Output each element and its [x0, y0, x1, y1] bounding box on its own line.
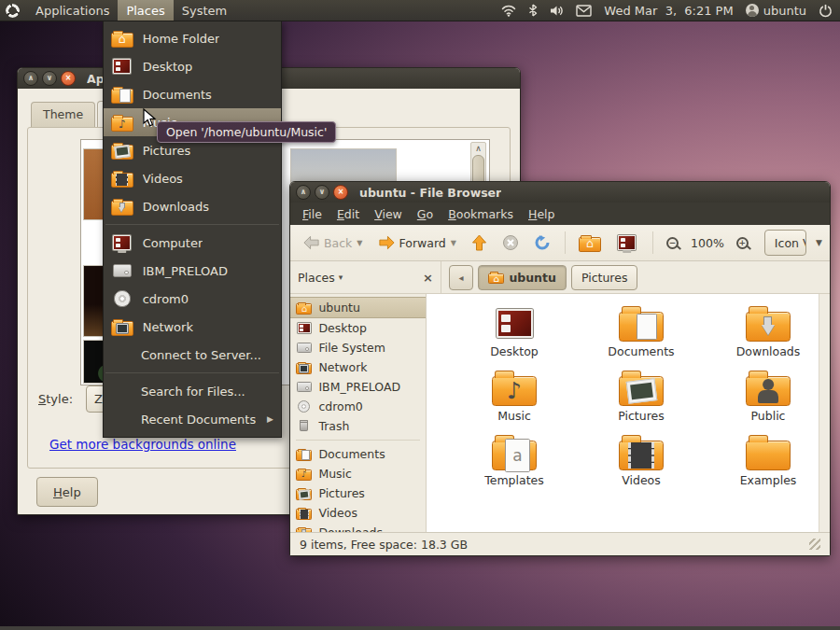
- sidebar-item-downloads[interactable]: Downloads: [290, 523, 426, 532]
- close-icon[interactable]: ×: [61, 71, 76, 86]
- menu-item-label: Recent Documents: [141, 413, 256, 427]
- places-menu-item-computer[interactable]: Computer: [104, 229, 281, 257]
- file-videos[interactable]: Videos: [578, 434, 705, 496]
- menu-places[interactable]: Places: [118, 0, 173, 21]
- path-button-label: ubuntu: [509, 271, 556, 285]
- home-button[interactable]: ⌂: [574, 231, 606, 254]
- menu-item-label: Network: [143, 320, 193, 334]
- file-pictures[interactable]: Pictures: [578, 370, 705, 431]
- places-menu-item-search-for-files[interactable]: Search for Files...: [104, 377, 281, 405]
- folder-home-icon: ⌂: [296, 301, 312, 314]
- sidebar-item-label: File System: [318, 341, 385, 355]
- fb-menu-edit[interactable]: Edit: [330, 207, 366, 221]
- zoom-in-button[interactable]: +: [732, 234, 753, 252]
- places-sidebar: ⌂ubuntuDesktopFile SystemNetworkIBM_PREL…: [290, 294, 427, 532]
- user-menu[interactable]: ubuntu: [746, 4, 806, 18]
- volume-icon[interactable]: [550, 5, 564, 17]
- file-templates[interactable]: aTemplates: [451, 434, 578, 496]
- sidebar-item-videos[interactable]: Videos: [290, 503, 426, 523]
- back-button[interactable]: Back▼: [298, 232, 368, 253]
- places-menu-item-ibm-preload[interactable]: IBM_PRELOAD: [104, 257, 281, 285]
- places-menu-item-recent-documents[interactable]: Recent Documents▶: [104, 405, 281, 433]
- sidebar-item-label: Videos: [318, 506, 357, 520]
- minimize-icon[interactable]: ∨: [315, 185, 329, 200]
- file-desktop[interactable]: Desktop: [451, 305, 578, 367]
- file-browser-titlebar[interactable]: ∧ ∨ × ubuntu - File Browser: [290, 182, 830, 203]
- sidebar-item-file-system[interactable]: File System: [290, 338, 426, 357]
- path-button-ubuntu[interactable]: ⌂ubuntu: [478, 265, 567, 290]
- sidebar-item-ibm-preload[interactable]: IBM_PRELOAD: [290, 377, 426, 397]
- bluetooth-icon[interactable]: [528, 4, 538, 17]
- sidebar-item-music[interactable]: ♪Music: [290, 464, 426, 483]
- menu-system[interactable]: System: [174, 0, 235, 21]
- file-examples[interactable]: Examples: [705, 434, 830, 496]
- sidebar-header[interactable]: Places ▾ ×: [290, 261, 441, 293]
- bottom-panel[interactable]: [0, 626, 840, 630]
- zoom-out-button[interactable]: −: [662, 234, 683, 252]
- file-downloads[interactable]: Downloads: [705, 305, 830, 367]
- minimize-icon[interactable]: ∨: [42, 71, 57, 86]
- tab-theme[interactable]: Theme: [31, 102, 95, 128]
- fb-menu-bookmarks[interactable]: Bookmarks: [441, 207, 520, 221]
- places-menu-item-downloads[interactable]: Downloads: [104, 192, 281, 220]
- power-icon[interactable]: [819, 4, 833, 18]
- sidebar-item-trash[interactable]: Trash: [290, 416, 426, 436]
- places-menu-item-desktop[interactable]: Desktop: [104, 52, 281, 80]
- file-public[interactable]: Public: [705, 370, 830, 431]
- view-mode-dropdown[interactable]: Icon View ▼: [764, 230, 806, 256]
- help-button[interactable]: Help: [36, 477, 98, 507]
- file-area[interactable]: DesktopDocumentsDownloads♪MusicPicturesP…: [427, 294, 830, 532]
- close-icon[interactable]: ×: [333, 185, 348, 200]
- sidebar-item-cdrom0[interactable]: cdrom0: [290, 397, 426, 416]
- file-documents[interactable]: Documents: [578, 305, 705, 367]
- maximize-icon[interactable]: ∧: [23, 71, 38, 86]
- computer-button[interactable]: [611, 231, 643, 254]
- mouse-cursor: [143, 108, 157, 128]
- places-menu-item-cdrom0[interactable]: cdrom0: [104, 285, 281, 313]
- sidebar-item-network[interactable]: Network: [290, 357, 426, 377]
- fb-menu-file[interactable]: File: [296, 207, 329, 221]
- sidebar-item-desktop[interactable]: Desktop: [290, 318, 426, 338]
- places-menu-item-connect-to-server[interactable]: Connect to Server...: [104, 341, 281, 369]
- path-scroll-left-icon[interactable]: ◂: [449, 265, 473, 290]
- file-area-scrollbar[interactable]: [819, 294, 830, 532]
- reload-button[interactable]: [529, 231, 555, 254]
- file-music[interactable]: ♪Music: [451, 370, 578, 431]
- places-menu-item-documents[interactable]: Documents: [104, 80, 281, 108]
- desktop-icon: [492, 305, 537, 342]
- status-text: 9 items, Free space: 18.3 GB: [300, 538, 468, 552]
- forward-button[interactable]: Forward▼: [373, 232, 461, 253]
- toolbar-overflow-icon[interactable]: ▼: [816, 238, 822, 247]
- sidebar-item-pictures[interactable]: Pictures: [290, 483, 426, 503]
- sidebar-item-label: IBM_PRELOAD: [318, 380, 400, 394]
- menu-item-label: Search for Files...: [141, 385, 245, 399]
- file-browser-window: ∧ ∨ × ubuntu - File Browser FileEditView…: [289, 181, 831, 556]
- up-button[interactable]: [467, 231, 492, 254]
- fb-menu-view[interactable]: View: [368, 207, 409, 221]
- sidebar-close-icon[interactable]: ×: [423, 271, 433, 285]
- scroll-up-icon[interactable]: ∧: [475, 143, 482, 154]
- mail-icon[interactable]: [576, 5, 592, 17]
- places-menu-item-videos[interactable]: Videos: [104, 164, 281, 192]
- fb-menu-go[interactable]: Go: [411, 207, 440, 221]
- path-button-label: Pictures: [581, 271, 628, 285]
- trash-icon: [296, 419, 312, 432]
- sidebar-item-documents[interactable]: Documents: [290, 444, 426, 464]
- fb-menu-help[interactable]: Help: [522, 207, 562, 221]
- path-button-pictures[interactable]: Pictures: [571, 265, 638, 290]
- get-more-backgrounds-link[interactable]: Get more backgrounds online: [49, 437, 236, 452]
- menu-applications[interactable]: Applications: [27, 0, 118, 21]
- ubuntu-logo-icon[interactable]: [6, 4, 20, 18]
- maximize-icon[interactable]: ∧: [296, 185, 311, 200]
- places-menu-item-home-folder[interactable]: ⌂Home Folder: [104, 24, 281, 52]
- desktop-icon: [296, 321, 312, 334]
- sidebar-item-label: Pictures: [318, 486, 365, 500]
- drive-icon: [111, 261, 133, 279]
- clock[interactable]: Wed Mar 3, 6:21 PM: [604, 4, 733, 18]
- places-menu-item-network[interactable]: Network: [104, 313, 281, 341]
- stop-button[interactable]: [497, 231, 524, 254]
- wifi-icon[interactable]: [501, 5, 516, 17]
- sidebar-item-ubuntu[interactable]: ⌂ubuntu: [290, 297, 426, 318]
- resize-grip[interactable]: [809, 539, 820, 550]
- sidebar-item-label: Trash: [318, 419, 349, 433]
